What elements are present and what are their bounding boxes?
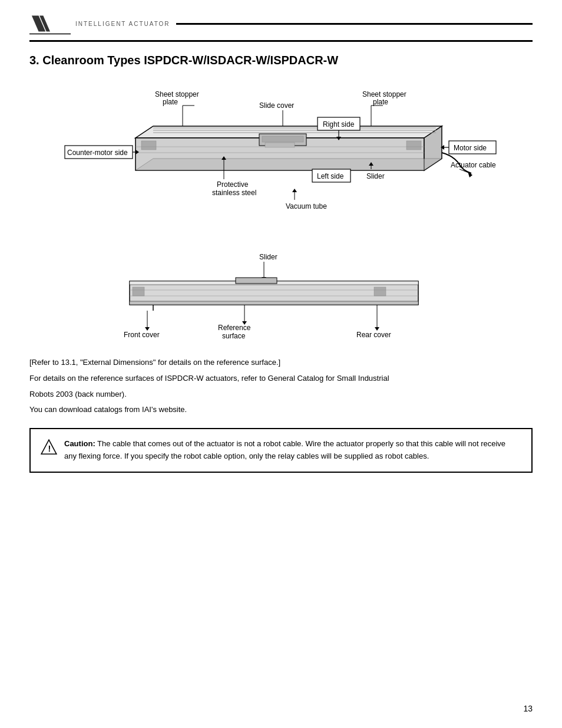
company-logo — [29, 12, 71, 35]
caution-label: Caution: — [64, 439, 95, 448]
svg-text:plate: plate — [163, 98, 178, 106]
svg-text:Right side: Right side — [323, 120, 355, 129]
svg-text:Front cover: Front cover — [124, 331, 160, 339]
body-text-section: [Refer to 13.1, "External Dimensions" fo… — [29, 357, 533, 416]
svg-rect-61 — [133, 287, 144, 296]
svg-text:Reference: Reference — [218, 324, 251, 332]
caution-text-area: Caution: The cable that comes out of the… — [64, 438, 520, 463]
svg-rect-60 — [236, 278, 277, 284]
svg-text:Vacuum tube: Vacuum tube — [286, 202, 327, 210]
body-text-line4: You can download catalogs from IAI's web… — [29, 404, 533, 416]
svg-text:!: ! — [48, 444, 51, 453]
actuator-diagram-2: Slider Front cov — [100, 249, 454, 343]
svg-text:Counter-motor side: Counter-motor side — [67, 149, 128, 157]
header-line — [176, 23, 533, 25]
logo-area: INTELLIGENT ACTUATOR — [29, 12, 170, 35]
caution-body-text: The cable that comes out of the actuator… — [64, 439, 505, 460]
svg-marker-6 — [135, 159, 442, 170]
page-header: INTELLIGENT ACTUATOR — [29, 12, 533, 42]
svg-text:Sheet stopper: Sheet stopper — [155, 90, 199, 98]
svg-rect-59 — [130, 301, 418, 305]
svg-text:Sheet stopper: Sheet stopper — [362, 90, 406, 98]
body-text-line1: [Refer to 13.1, "External Dimensions" fo… — [29, 357, 533, 369]
section-title: 3. Cleanroom Types ISPDCR-W/ISDACR-W/ISP… — [29, 54, 533, 67]
svg-rect-62 — [374, 287, 386, 296]
svg-rect-13 — [406, 141, 421, 150]
svg-text:stainless steel: stainless steel — [212, 189, 256, 197]
body-text-line3: Robots 2003 (back number). — [29, 388, 533, 401]
diagram-top: Sheet stopper plate Slide cover Sheet st… — [29, 82, 533, 237]
svg-text:Slide cover: Slide cover — [259, 101, 294, 110]
section-title-text: Cleanroom Types ISPDCR-W/ISDACR-W/ISPDAC… — [42, 54, 338, 67]
svg-rect-16 — [265, 143, 295, 147]
caution-icon: ! — [39, 438, 58, 457]
svg-text:Left side: Left side — [317, 172, 344, 180]
section-number: 3. — [29, 54, 39, 67]
svg-text:surface: surface — [222, 332, 246, 340]
company-name-text: INTELLIGENT ACTUATOR — [75, 21, 170, 27]
svg-text:plate: plate — [373, 98, 388, 106]
svg-rect-11 — [262, 136, 303, 142]
svg-marker-53 — [292, 189, 297, 192]
svg-text:Rear cover: Rear cover — [356, 331, 391, 339]
svg-text:Slider: Slider — [366, 172, 385, 180]
svg-text:Motor side: Motor side — [454, 144, 487, 152]
svg-rect-12 — [141, 141, 156, 150]
actuator-diagram-1: Sheet stopper plate Slide cover Sheet st… — [29, 82, 533, 235]
page-number: 13 — [523, 704, 533, 713]
caution-box: ! Caution: The cable that comes out of t… — [29, 428, 533, 473]
diagram-bottom: Slider Front cov — [29, 249, 533, 345]
svg-text:Slider: Slider — [259, 253, 277, 261]
svg-text:Protective: Protective — [217, 180, 249, 189]
svg-text:Actuator cable: Actuator cable — [451, 161, 496, 169]
body-text-line2: For details on the reference surfaces of… — [29, 373, 533, 385]
